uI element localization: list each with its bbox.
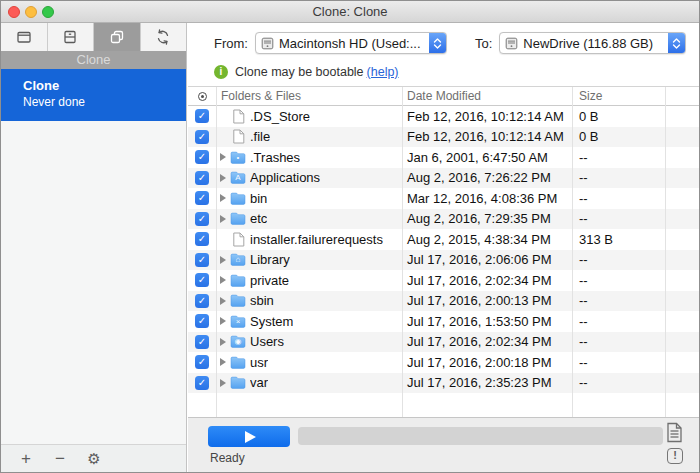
row-size-cell: -- (572, 150, 665, 165)
backup-box-icon (15, 28, 33, 46)
sidebar: Clone Clone Never done + − ⚙ (1, 23, 187, 472)
row-checkbox-cell: ✓ (188, 212, 216, 226)
disclosure-triangle-icon[interactable] (220, 297, 226, 305)
file-name: .DS_Store (250, 109, 310, 124)
table-row[interactable]: ✓ bin Mar 12, 2016, 4:08:36 PM -- (188, 188, 699, 209)
row-checkbox[interactable]: ✓ (195, 376, 209, 390)
table-header: Folders & Files Date Modified Size (188, 87, 699, 106)
disclosure-triangle-icon[interactable] (220, 153, 226, 161)
table-row[interactable]: ✓ usr Jul 17, 2016, 2:00:18 PM -- (188, 352, 699, 373)
table-row[interactable]: ✓ private Jul 17, 2016, 2:02:34 PM -- (188, 270, 699, 291)
row-date-cell: Jul 17, 2016, 2:06:06 PM (402, 252, 572, 267)
row-checkbox-cell: ✓ (188, 376, 216, 390)
row-checkbox[interactable]: ✓ (195, 253, 209, 267)
file-name: private (250, 273, 289, 288)
row-checkbox[interactable]: ✓ (195, 232, 209, 246)
row-checkbox-cell: ✓ (188, 130, 216, 144)
checkmark-icon: ✓ (198, 335, 206, 349)
remove-task-button[interactable]: − (43, 446, 77, 472)
log-document-button[interactable] (666, 422, 683, 447)
folder-icon (230, 192, 246, 205)
disclosure-triangle-icon[interactable] (220, 379, 226, 387)
column-header-select[interactable] (188, 92, 216, 101)
row-date-cell: Aug 2, 2015, 4:38:34 PM (402, 232, 572, 247)
sidebar-item-clone[interactable]: Clone Never done (1, 69, 186, 121)
toolbar-tab-sync[interactable] (141, 23, 187, 51)
table-row[interactable]: ✓ etc Aug 2, 2016, 7:29:35 PM -- (188, 209, 699, 230)
window-title: Clone: Clone (1, 1, 699, 23)
document-icon (666, 422, 683, 443)
folder-icon (230, 212, 246, 225)
toolbar-tab-restore[interactable] (48, 23, 95, 51)
row-date-cell: Jul 17, 2016, 2:02:34 PM (402, 273, 572, 288)
from-label: From: (214, 36, 248, 51)
column-header-date[interactable]: Date Modified (402, 89, 572, 103)
row-checkbox[interactable]: ✓ (195, 273, 209, 287)
row-name-cell: ◉ Users (216, 334, 402, 349)
row-name-cell: sbin (216, 293, 402, 308)
checkmark-icon: ✓ (198, 212, 206, 226)
row-checkbox[interactable]: ✓ (195, 150, 209, 164)
row-date-cell: Jul 17, 2016, 2:35:23 PM (402, 375, 572, 390)
row-name-cell: A Applications (216, 170, 402, 185)
disclosure-triangle-icon[interactable] (220, 358, 226, 366)
alert-exclamation-button[interactable]: ! (667, 448, 683, 464)
table-row[interactable]: ✓ sbin Jul 17, 2016, 2:00:13 PM -- (188, 291, 699, 312)
table-row[interactable]: ✓ .file Feb 12, 2016, 10:12:14 AM 0 B (188, 127, 699, 148)
table-row[interactable]: ✓ var Jul 17, 2016, 2:35:23 PM -- (188, 373, 699, 394)
row-checkbox[interactable]: ✓ (195, 212, 209, 226)
table-row[interactable]: ✓ • .Trashes Jan 6, 2001, 6:47:50 AM -- (188, 147, 699, 168)
drive-icon (505, 37, 518, 50)
disclosure-triangle-icon[interactable] (220, 194, 226, 202)
table-row[interactable]: ✓ ◉ Users Jul 17, 2016, 2:02:34 PM -- (188, 332, 699, 353)
checkmark-icon: ✓ (198, 314, 206, 328)
file-name: installer.failurerequests (250, 232, 383, 247)
row-checkbox[interactable]: ✓ (195, 109, 209, 123)
row-checkbox[interactable]: ✓ (195, 130, 209, 144)
info-text: Clone may be bootable (235, 65, 364, 79)
disclosure-triangle-icon[interactable] (220, 256, 226, 264)
row-checkbox[interactable]: ✓ (195, 294, 209, 308)
toolbar-tab-backup[interactable] (1, 23, 48, 51)
help-link[interactable]: (help) (367, 65, 399, 79)
row-date-cell: Jan 6, 2001, 6:47:50 AM (402, 150, 572, 165)
disclosure-triangle-icon[interactable] (220, 174, 226, 182)
row-date-cell: Jul 17, 2016, 2:00:18 PM (402, 355, 572, 370)
table-row[interactable]: ✓ installer.failurerequests Aug 2, 2015,… (188, 229, 699, 250)
table-row[interactable]: ✓ .DS_Store Feb 12, 2016, 10:12:14 AM 0 … (188, 106, 699, 127)
row-checkbox-cell: ✓ (188, 253, 216, 267)
row-checkbox[interactable]: ✓ (195, 355, 209, 369)
start-clone-button[interactable] (208, 426, 290, 447)
checkmark-icon: ✓ (198, 130, 206, 144)
from-drive-select[interactable]: Macintonsh HD (Used:... (255, 32, 447, 54)
row-size-cell: 313 B (572, 232, 665, 247)
column-header-size[interactable]: Size (572, 89, 665, 103)
sidebar-footer: + − ⚙ (1, 444, 186, 472)
row-date-cell: Feb 12, 2016, 10:12:14 AM (402, 129, 572, 144)
row-checkbox[interactable]: ✓ (195, 191, 209, 205)
table-body: ✓ .DS_Store Feb 12, 2016, 10:12:14 AM 0 … (188, 106, 699, 393)
table-row[interactable]: ✓ A Applications Aug 2, 2016, 7:26:22 PM… (188, 168, 699, 189)
gear-icon[interactable]: ⚙ (77, 446, 111, 472)
row-checkbox[interactable]: ✓ (195, 171, 209, 185)
toolbar-tab-clone[interactable] (94, 23, 141, 51)
row-size-cell: 0 B (572, 109, 665, 124)
row-checkbox-cell: ✓ (188, 232, 216, 246)
row-checkbox[interactable]: ✓ (195, 314, 209, 328)
table-row[interactable]: ✓ × System Jul 17, 2016, 1:53:50 PM -- (188, 311, 699, 332)
disclosure-triangle-icon[interactable] (220, 317, 226, 325)
disclosure-triangle-icon[interactable] (220, 338, 226, 346)
disclosure-triangle-icon[interactable] (220, 215, 226, 223)
checkmark-icon: ✓ (198, 294, 206, 308)
folder-icon (230, 376, 246, 389)
row-checkbox-cell: ✓ (188, 273, 216, 287)
table-row[interactable]: ✓ ⌂ Library Jul 17, 2016, 2:06:06 PM -- (188, 250, 699, 271)
row-checkbox[interactable]: ✓ (195, 335, 209, 349)
disclosure-triangle-icon[interactable] (220, 276, 226, 284)
add-task-button[interactable]: + (9, 446, 43, 472)
column-header-name[interactable]: Folders & Files (216, 89, 402, 103)
restore-drive-icon (61, 28, 79, 46)
play-icon (245, 431, 256, 443)
info-icon: i (214, 65, 228, 79)
to-drive-select[interactable]: NewDrive (116.88 GB) (499, 32, 686, 54)
